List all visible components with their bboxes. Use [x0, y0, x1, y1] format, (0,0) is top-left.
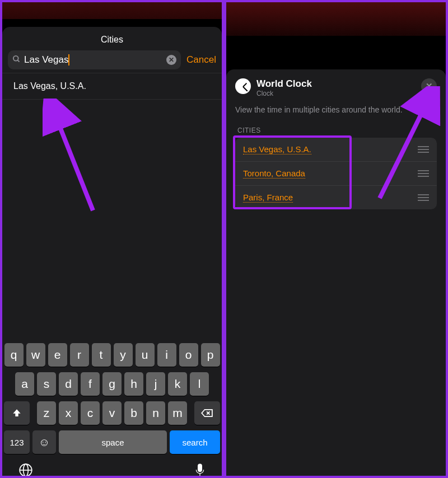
key-x[interactable]: x	[59, 401, 78, 425]
key-b[interactable]: b	[124, 401, 143, 425]
clock-icon	[235, 78, 251, 94]
drag-handle-icon[interactable]	[418, 146, 429, 153]
key-z[interactable]: z	[37, 401, 56, 425]
key-n[interactable]: n	[146, 401, 165, 425]
key-k[interactable]: k	[168, 372, 187, 396]
city-name: Toronto, Canada	[243, 168, 305, 179]
key-f[interactable]: f	[81, 372, 100, 396]
emoji-key[interactable]: ☺	[32, 430, 56, 454]
kb-row3-wrap: zxcvbnm	[4, 401, 220, 425]
drag-handle-icon[interactable]	[418, 170, 429, 177]
key-i[interactable]: i	[157, 343, 176, 367]
clear-icon[interactable]: ✕	[166, 55, 176, 65]
key-o[interactable]: o	[179, 343, 198, 367]
backspace-key[interactable]	[194, 401, 220, 425]
key-t[interactable]: t	[92, 343, 111, 367]
key-u[interactable]: u	[136, 343, 155, 367]
search-icon	[12, 55, 21, 65]
svg-point-0	[13, 56, 18, 61]
key-v[interactable]: v	[102, 401, 122, 425]
svg-line-1	[17, 60, 19, 62]
city-list: Las Vegas, U.S.A.Toronto, CanadaParis, F…	[235, 138, 437, 209]
search-key[interactable]: search	[170, 430, 220, 454]
widget-title: World Clock	[256, 78, 416, 90]
drag-handle-icon[interactable]	[418, 194, 429, 201]
left-panel: Cities Las Vegas ✕ Cancel Las Vegas, U.S…	[0, 0, 224, 478]
key-l[interactable]: l	[190, 372, 209, 396]
key-s[interactable]: s	[37, 372, 56, 396]
widget-subtitle: Clock	[256, 90, 416, 97]
key-a[interactable]: a	[15, 372, 34, 396]
kb-row2: asdfghjkl	[4, 372, 220, 396]
key-g[interactable]: g	[102, 372, 122, 396]
city-row[interactable]: Las Vegas, U.S.A.	[235, 138, 437, 161]
key-r[interactable]: r	[70, 343, 89, 367]
svg-line-2	[53, 109, 93, 210]
search-input[interactable]: Las Vegas ✕	[8, 50, 181, 69]
mic-icon[interactable]	[194, 463, 206, 478]
key-y[interactable]: y	[114, 343, 133, 367]
cities-label: CITIES	[237, 126, 437, 134]
right-panel: World Clock Clock ✕ View the time in mul…	[224, 0, 448, 478]
city-name: Las Vegas, U.S.A.	[243, 144, 311, 154]
space-key[interactable]: space	[59, 430, 167, 454]
city-row[interactable]: Paris, France	[235, 185, 437, 209]
key-q[interactable]: q	[4, 343, 24, 367]
widget-description: View the time in multiple cities around …	[235, 105, 437, 114]
close-button[interactable]: ✕	[421, 78, 437, 94]
key-h[interactable]: h	[124, 372, 143, 396]
key-m[interactable]: m	[168, 401, 187, 425]
kb-row3: zxcvbnm	[32, 401, 192, 425]
search-text: Las Vegas	[24, 54, 166, 65]
shift-key[interactable]	[4, 401, 30, 425]
kb-row1: qwertyuiop	[4, 343, 220, 367]
sheet-title: Cities	[2, 27, 222, 50]
key-w[interactable]: w	[26, 343, 45, 367]
key-j[interactable]: j	[146, 372, 165, 396]
svg-rect-8	[198, 464, 202, 471]
keyboard: qwertyuiop asdfghjkl zxcvbnm 123 ☺ space…	[2, 340, 222, 478]
cancel-button[interactable]: Cancel	[186, 54, 216, 65]
globe-icon[interactable]	[18, 463, 33, 478]
city-name: Paris, France	[243, 193, 293, 203]
key-c[interactable]: c	[81, 401, 100, 425]
numbers-key[interactable]: 123	[4, 430, 30, 454]
key-d[interactable]: d	[59, 372, 78, 396]
key-p[interactable]: p	[201, 343, 220, 367]
key-e[interactable]: e	[48, 343, 67, 367]
annotation-arrow	[43, 99, 110, 222]
city-row[interactable]: Toronto, Canada	[235, 161, 437, 185]
search-result[interactable]: Las Vegas, U.S.A.	[2, 73, 222, 100]
